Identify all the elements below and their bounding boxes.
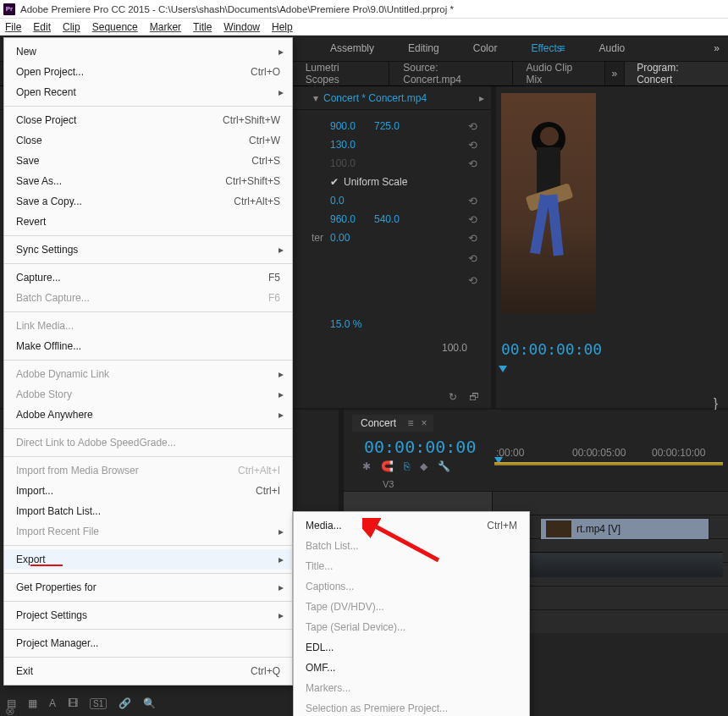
panel-tab-audiomix[interactable]: Audio Clip Mix [513, 62, 605, 85]
program-monitor[interactable] [501, 93, 596, 313]
reset-icon[interactable]: ⟲ [468, 213, 477, 226]
ws-tab-color[interactable]: Color [456, 36, 515, 61]
wrench-icon[interactable]: 🔧 [438, 460, 450, 472]
tile-view-icon[interactable]: ▦ [28, 697, 37, 709]
chevron-down-icon[interactable]: ▾ [313, 92, 318, 104]
reset-icon[interactable]: ⟲ [468, 274, 477, 287]
file-menu-item[interactable]: Export▸ [4, 549, 292, 570]
reset-icon[interactable]: ⟲ [468, 120, 477, 133]
menu-item-label: Selection as Premiere Project... [306, 702, 448, 714]
file-menu-item: Batch Capture...F6 [4, 288, 292, 308]
track-label[interactable]: V3 [383, 479, 394, 489]
timeline-tab[interactable]: × Concert ≡ [352, 415, 433, 432]
menu-file[interactable]: File [5, 21, 21, 33]
reset-icon[interactable]: ⟲ [468, 252, 477, 265]
file-menu-item[interactable]: Make Offline... [4, 336, 292, 356]
search-icon[interactable]: 🔍 [143, 697, 156, 709]
playhead-icon[interactable] [499, 366, 507, 372]
efc-value[interactable]: 0.00 [330, 232, 374, 244]
efc-value[interactable]: 130.0 [330, 139, 374, 151]
program-ruler[interactable] [496, 364, 728, 381]
file-menu-item[interactable]: ExitCtrl+Q [4, 661, 292, 681]
timeline-timecode[interactable]: 00:00:00:00 [364, 437, 476, 457]
menu-title[interactable]: Title [193, 21, 212, 33]
file-menu-item[interactable]: Close ProjectCtrl+Shift+W [4, 110, 292, 130]
panel-tab-source[interactable]: Source: Concert.mp4 [389, 62, 512, 85]
timeline-clip[interactable]: rt.mp4 [V] [540, 518, 709, 540]
file-menu-item[interactable]: Import Batch List... [4, 501, 292, 521]
export-icon[interactable]: 🗗 [469, 391, 479, 403]
window-title: Adobe Premiere Pro CC 2015 - C:\Users\sh… [20, 4, 454, 14]
shortcut-label: Ctrl+I [256, 485, 280, 497]
work-area-bar[interactable] [494, 462, 723, 465]
ws-tab-effects[interactable]: Effects ≡ [514, 36, 582, 61]
file-menu-item[interactable]: New▸ [4, 41, 292, 62]
file-menu-item[interactable]: Get Properties for▸ [4, 577, 292, 598]
file-menu-item[interactable]: Import...Ctrl+I [4, 481, 292, 501]
font-icon[interactable]: A [49, 697, 56, 709]
ws-tab-editing[interactable]: Editing [391, 36, 456, 61]
menu-marker[interactable]: Marker [150, 21, 181, 33]
menu-item-label: Adobe Story [16, 388, 72, 400]
export-menu-item[interactable]: EDL... [294, 637, 529, 658]
play-icon[interactable]: ▸ [479, 92, 484, 104]
clip-label: rt.mp4 [V] [576, 523, 620, 535]
snap-icon[interactable]: ✱ [362, 460, 371, 472]
timeline-ruler[interactable]: :00:00 00:00:05:00 00:00:10:00 [494, 445, 723, 462]
panel-overflow-icon[interactable]: » [605, 62, 625, 85]
file-menu-item[interactable]: Open Project...Ctrl+O [4, 62, 292, 82]
panel-tab-lumetri[interactable]: Lumetri Scopes [292, 62, 390, 85]
program-timecode[interactable]: 00:00:00:00 [501, 340, 602, 358]
panel-menu-icon[interactable]: ≡ [407, 417, 413, 429]
ws-tab-assembly[interactable]: Assembly [313, 36, 391, 61]
marker-icon[interactable]: ◆ [420, 460, 427, 472]
shortcut-label: Ctrl+Q [251, 665, 280, 677]
reset-icon[interactable]: ⟲ [468, 232, 477, 245]
efc-value[interactable]: 960.0 [330, 213, 374, 225]
file-menu-item[interactable]: SaveCtrl+S [4, 151, 292, 171]
file-menu-item[interactable]: Capture...F5 [4, 267, 292, 288]
menu-help[interactable]: Help [272, 21, 293, 33]
efc-value[interactable]: 540.0 [374, 213, 418, 225]
efc-value[interactable]: 725.0 [374, 120, 418, 132]
ws-tab-audio[interactable]: Audio [582, 36, 643, 61]
export-menu-item[interactable]: OMF... [294, 658, 529, 678]
menu-edit[interactable]: Edit [33, 21, 51, 33]
timeline-tab-label: Concert [361, 417, 396, 429]
file-menu-item[interactable]: Project Manager... [4, 633, 292, 653]
file-menu-item[interactable]: Sync Settings▸ [4, 240, 292, 260]
reset-icon[interactable]: ⟲ [468, 157, 477, 170]
efc-percent[interactable]: 15.0 % [330, 318, 374, 330]
menu-window[interactable]: Window [223, 21, 260, 33]
close-icon[interactable]: × [421, 417, 427, 429]
overflow-chevron-icon[interactable]: » [714, 42, 720, 54]
reset-icon[interactable]: ⟲ [468, 195, 477, 207]
loop-icon[interactable]: ↻ [449, 391, 457, 403]
efc-value[interactable]: 0.0 [330, 195, 374, 207]
creative-cloud-icon[interactable]: ⊗ [5, 704, 15, 716]
export-menu-item[interactable]: Media...Ctrl+M [294, 515, 529, 536]
file-menu-item[interactable]: Project Settings▸ [4, 605, 292, 625]
checkbox-icon[interactable]: ✔ [330, 176, 339, 188]
efc-value[interactable]: 900.0 [330, 120, 374, 132]
hamburger-icon[interactable]: ≡ [554, 42, 565, 54]
film-icon[interactable]: 🎞 [68, 697, 78, 709]
link-icon[interactable]: 🔗 [119, 697, 131, 709]
menu-sequence[interactable]: Sequence [92, 21, 138, 33]
chevron-right-icon: ▸ [279, 554, 284, 565]
linked-selection-icon[interactable]: ⎘ [404, 460, 410, 472]
file-menu-item[interactable]: Adobe Anywhere▸ [4, 405, 292, 425]
s1-badge[interactable]: S1 [90, 698, 107, 709]
panel-tab-program[interactable]: Program: Concert [624, 62, 728, 85]
window-titlebar: Pr Adobe Premiere Pro CC 2015 - C:\Users… [0, 0, 728, 19]
menu-clip[interactable]: Clip [63, 21, 80, 33]
efc-clip-name[interactable]: Concert * Concert.mp4 [323, 92, 427, 104]
file-menu-item[interactable]: Save a Copy...Ctrl+Alt+S [4, 191, 292, 212]
file-menu-item[interactable]: Save As...Ctrl+Shift+S [4, 171, 292, 191]
file-menu-item[interactable]: CloseCtrl+W [4, 130, 292, 151]
magnet-icon[interactable]: 🧲 [381, 460, 394, 472]
file-menu-item[interactable]: Revert [4, 212, 292, 232]
reset-icon[interactable]: ⟲ [468, 139, 477, 151]
ruler-tick: 00:00:10:00 [652, 447, 705, 459]
file-menu-item[interactable]: Open Recent▸ [4, 82, 292, 102]
